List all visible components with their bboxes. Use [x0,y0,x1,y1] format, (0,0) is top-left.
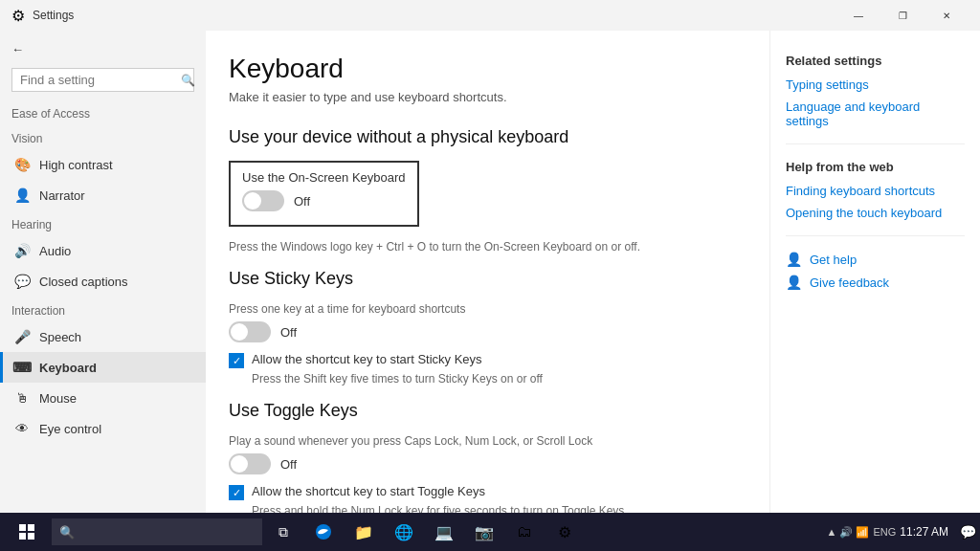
notification-icon[interactable]: 💬 [960,524,976,540]
sidebar-item-audio[interactable]: 🔊 Audio [0,235,206,266]
task-view-button[interactable]: ⧉ [264,513,302,551]
get-help-link[interactable]: Get help [810,253,857,267]
sidebar-item-label: High contrast [39,158,113,172]
sticky-keys-checkbox-row: Allow the shortcut key to start Sticky K… [229,352,731,368]
svg-rect-3 [28,533,34,540]
sticky-keys-toggle-label: Off [280,325,297,340]
titlebar: ⚙ Settings — ❐ ✕ [0,0,980,31]
keyboard-icon: ⌨ [14,360,30,375]
sticky-keys-desc: Press one key at a time for keyboard sho… [229,302,731,316]
on-screen-toggle-label: Off [294,194,310,209]
sticky-keys-checkbox-label: Allow the shortcut key to start Sticky K… [252,352,482,366]
sticky-keys-toggle-row: Off [229,321,731,342]
toggle-keys-checkbox-desc: Press and hold the Num Lock key for five… [252,504,731,513]
toggle-keys-checkbox[interactable] [229,485,244,500]
section-title-toggle-keys: Use Toggle Keys [229,401,731,421]
app-body: ← 🔍 Ease of Access Vision 🎨 High contras… [0,31,980,513]
ease-of-access-label: Ease of Access [0,99,206,124]
sidebar-item-high-contrast[interactable]: 🎨 High contrast [0,149,206,180]
on-screen-keyboard-label: Use the On-Screen Keyboard [242,170,406,185]
main-content: Keyboard Make it easier to type and use … [206,31,769,513]
sticky-keys-toggle[interactable] [229,321,271,342]
language-keyboard-settings-link[interactable]: Language and keyboard settings [786,99,965,128]
get-help-row: 👤 Get help [786,252,965,267]
sidebar-item-label: Mouse [39,391,77,406]
right-divider-2 [786,235,965,236]
app-icon-5[interactable]: 📷 [465,513,503,551]
windows-icon [19,524,34,540]
finding-keyboard-shortcuts-link[interactable]: Finding keyboard shortcuts [786,184,965,198]
sidebar-item-closed-captions[interactable]: 💬 Closed captions [0,266,206,297]
on-screen-keyboard-toggle[interactable] [242,190,284,211]
on-screen-hint: Press the Windows logo key + Ctrl + O to… [229,240,731,253]
toggle-keys-checkbox-area: Allow the shortcut key to start Toggle K… [229,484,731,513]
typing-settings-link[interactable]: Typing settings [786,77,965,92]
sidebar-item-mouse[interactable]: 🖱 Mouse [0,383,206,413]
search-box[interactable]: 🔍 [11,68,194,92]
sticky-keys-checkbox-area: Allow the shortcut key to start Sticky K… [229,352,731,386]
start-button[interactable] [4,513,50,551]
sticky-keys-checkbox[interactable] [229,353,244,368]
titlebar-title: Settings [33,9,74,22]
titlebar-controls: — ❐ ✕ [836,0,969,31]
taskbar-clock: 11:27 AM [900,525,948,539]
toggle-keys-checkbox-label: Allow the shortcut key to start Toggle K… [252,484,485,498]
taskbar-system-icons: ▲ 🔊 📶 [826,526,869,539]
sidebar-item-label: Eye control [39,422,101,436]
toggle-keys-desc: Play a sound whenever you press Caps Loc… [229,434,731,448]
vision-section-label: Vision [0,124,206,149]
svg-rect-2 [19,533,26,540]
taskbar: 🔍 ⧉ 📁 🌐 💻 📷 🗂 ⚙ ▲ 🔊 📶 ENG 11:27 AM 💬 [0,513,980,551]
hearing-section-label: Hearing [0,210,206,235]
sidebar-item-label: Closed captions [39,275,128,289]
on-screen-toggle-row: Off [242,190,406,211]
right-panel: Related settings Typing settings Languag… [769,31,980,513]
interaction-section-label: Interaction [0,297,206,321]
sidebar-item-label: Audio [39,244,71,258]
back-button[interactable]: ← [0,34,206,64]
app-icon-4[interactable]: 💻 [425,513,463,551]
page-subtitle: Make it easier to type and use keyboard … [229,90,731,104]
toggle-keys-toggle-label: Off [280,457,297,472]
sidebar: ← 🔍 Ease of Access Vision 🎨 High contras… [0,31,206,513]
eye-control-icon: 👁 [14,421,30,436]
edge-icon[interactable] [304,513,343,551]
app-icon-6[interactable]: 🗂 [505,513,544,551]
give-feedback-row: 👤 Give feedback [786,275,965,290]
maximize-button[interactable]: ❐ [880,0,924,31]
file-explorer-icon[interactable]: 📁 [345,513,383,551]
give-feedback-icon: 👤 [786,275,802,290]
sidebar-item-label: Keyboard [39,361,97,375]
sidebar-item-narrator[interactable]: 👤 Narrator [0,180,206,210]
sidebar-item-label: Narrator [39,188,85,203]
minimize-button[interactable]: — [836,0,880,31]
taskbar-search-icon: 🔍 [59,525,75,540]
taskbar-search[interactable]: 🔍 [52,518,262,545]
settings-icon[interactable]: ⚙ [546,513,584,551]
give-feedback-link[interactable]: Give feedback [810,276,889,290]
toggle-keys-toggle-row: Off [229,453,731,474]
taskbar-right: ▲ 🔊 📶 ENG 11:27 AM 💬 [826,524,976,540]
speech-icon: 🎤 [14,329,30,344]
taskbar-lang: ENG [873,526,896,538]
opening-touch-keyboard-link[interactable]: Opening the touch keyboard [786,206,965,220]
sidebar-item-speech[interactable]: 🎤 Speech [0,321,206,352]
search-input[interactable] [20,73,181,87]
page-title: Keyboard [229,54,731,84]
narrator-icon: 👤 [14,187,30,203]
section-title-on-screen: Use your device without a physical keybo… [229,127,731,147]
sticky-keys-checkbox-desc: Press the Shift key five times to turn S… [252,372,731,386]
toggle-keys-toggle[interactable] [229,453,271,474]
back-icon: ← [11,42,24,56]
taskbar-time[interactable]: 11:27 AM [900,525,956,539]
help-from-web-title: Help from the web [786,160,965,174]
section-title-sticky: Use Sticky Keys [229,269,731,289]
sidebar-item-eye-control[interactable]: 👁 Eye control [0,413,206,444]
titlebar-left: ⚙ Settings [11,7,74,25]
sidebar-item-keyboard[interactable]: ⌨ Keyboard [0,352,206,383]
mouse-icon: 🖱 [14,390,30,406]
close-button[interactable]: ✕ [924,0,969,31]
on-screen-keyboard-box: Use the On-Screen Keyboard Off [229,161,419,227]
chrome-icon[interactable]: 🌐 [385,513,423,551]
svg-rect-0 [19,524,26,531]
